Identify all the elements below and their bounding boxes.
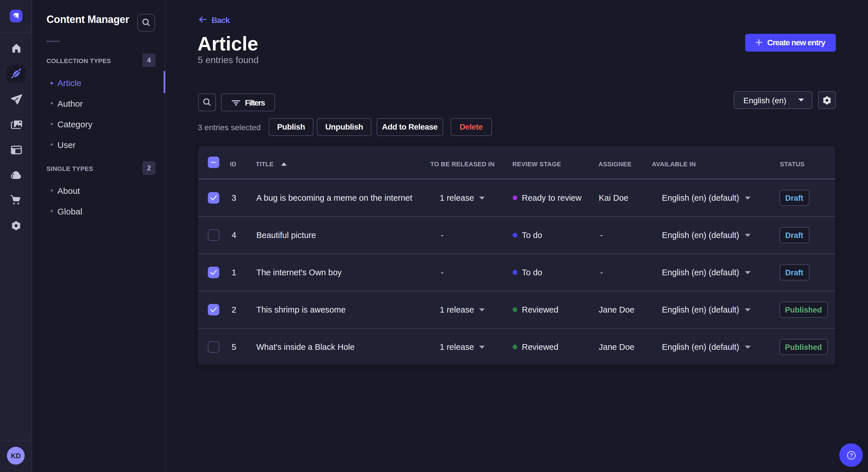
svg-text:?: ? [849, 452, 853, 458]
